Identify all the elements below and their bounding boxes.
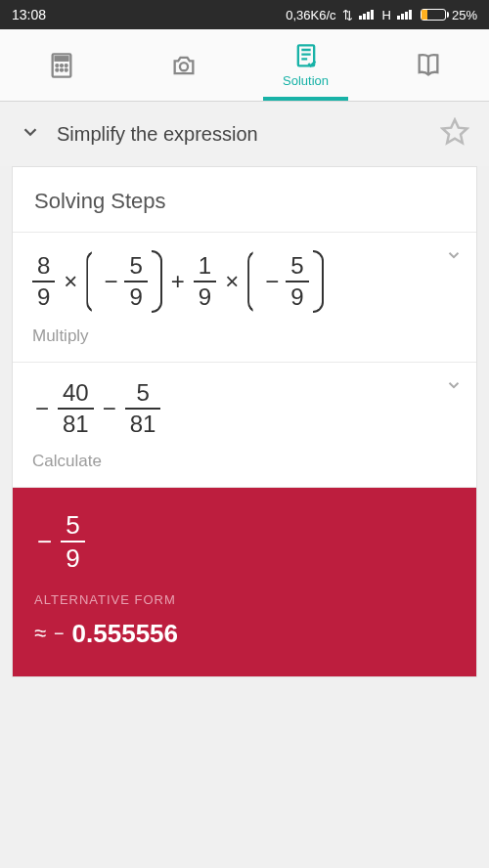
svg-point-3 (60, 64, 63, 66)
expand-step-icon[interactable] (445, 376, 463, 398)
steps-card: Solving Steps 89 × − 59 + 19 × − 59 Mult… (12, 166, 477, 677)
svg-point-8 (179, 63, 187, 70)
result-expression: − 59 (34, 511, 455, 573)
tab-camera[interactable] (122, 29, 244, 101)
favorite-button[interactable] (440, 117, 469, 151)
fraction: 59 (286, 253, 308, 311)
status-bar: 13:08 0,36K6/c ⇅ H 25% (0, 0, 489, 29)
fraction: 4081 (58, 380, 94, 438)
result-panel: − 59 ALTERNATIVE FORM ≈ − 0.555556 (13, 488, 476, 676)
signal-icon (359, 10, 377, 20)
svg-point-6 (60, 68, 63, 71)
page-title: Simplify the expression (57, 123, 440, 146)
status-speed: 0,36K6/c (286, 8, 335, 22)
signal-icon-2 (397, 10, 415, 20)
fraction: 19 (194, 253, 216, 311)
content: Solving Steps 89 × − 59 + 19 × − 59 Mult… (0, 166, 489, 689)
camera-icon (170, 52, 198, 79)
step-1-expression: 89 × − 59 + 19 × − 59 (32, 250, 457, 313)
svg-point-5 (55, 68, 58, 71)
step-1-label: Multiply (32, 326, 457, 346)
fraction: 59 (61, 511, 84, 573)
paren-group: − 59 (86, 250, 161, 313)
data-transfer-icon: ⇅ (342, 8, 353, 22)
tab-calculator[interactable] (0, 29, 122, 101)
tab-bar: Solution (0, 29, 489, 102)
status-right: 0,36K6/c ⇅ H 25% (286, 8, 477, 22)
expand-step-icon[interactable] (445, 246, 463, 268)
tab-solution[interactable]: Solution (244, 29, 367, 101)
svg-point-2 (55, 64, 58, 66)
svg-point-7 (65, 68, 67, 71)
step-1[interactable]: 89 × − 59 + 19 × − 59 Multiply (13, 233, 476, 363)
step-2-label: Calculate (32, 452, 457, 471)
battery-icon (421, 9, 446, 21)
svg-rect-1 (55, 56, 68, 61)
tab-book[interactable] (367, 29, 489, 101)
svg-rect-9 (297, 45, 313, 65)
solution-icon (292, 43, 320, 70)
svg-point-4 (65, 64, 67, 66)
paren-group: − 59 (247, 250, 323, 313)
card-heading: Solving Steps (13, 167, 476, 233)
book-icon (415, 52, 442, 79)
fraction: 59 (124, 253, 147, 311)
calculator-icon (48, 52, 75, 79)
alternative-form-title: ALTERNATIVE FORM (34, 592, 455, 607)
fraction: 581 (125, 380, 161, 438)
step-2[interactable]: − 4081 − 581 Calculate (13, 363, 476, 488)
battery-percent: 25% (452, 8, 477, 22)
collapse-icon[interactable] (20, 121, 41, 147)
title-bar: Simplify the expression (0, 102, 489, 166)
alternative-form-value: ≈ − 0.555556 (34, 619, 455, 649)
status-time: 13:08 (12, 7, 286, 22)
network-label: H (382, 8, 391, 22)
step-2-expression: − 4081 − 581 (32, 380, 457, 438)
fraction: 89 (32, 253, 55, 311)
tab-solution-label: Solution (283, 73, 329, 88)
